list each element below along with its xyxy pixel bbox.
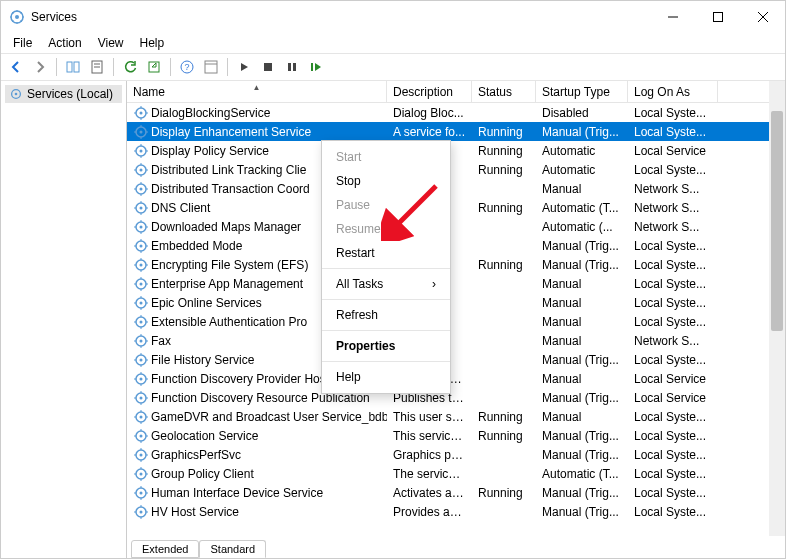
forward-button[interactable] xyxy=(29,56,51,78)
service-gear-icon xyxy=(133,238,149,254)
service-gear-icon xyxy=(133,276,149,292)
service-startup-type: Automatic (T... xyxy=(536,201,628,215)
service-row[interactable]: Group Policy ClientThe service i...Autom… xyxy=(127,464,785,483)
service-status: Running xyxy=(472,429,536,443)
service-name: Geolocation Service xyxy=(151,429,258,443)
menu-item-properties[interactable]: Properties xyxy=(322,334,450,358)
service-row[interactable]: GraphicsPerfSvcGraphics pe...Manual (Tri… xyxy=(127,445,785,464)
tab-extended[interactable]: Extended xyxy=(131,540,199,558)
restart-service-button[interactable] xyxy=(305,56,327,78)
service-row[interactable]: HV Host ServiceProvides an ...Manual (Tr… xyxy=(127,502,785,521)
column-startup-type[interactable]: Startup Type xyxy=(536,81,628,102)
service-name: Fax xyxy=(151,334,171,348)
large-icons-button[interactable] xyxy=(200,56,222,78)
pause-service-button[interactable] xyxy=(281,56,303,78)
service-gear-icon xyxy=(133,352,149,368)
service-startup-type: Manual xyxy=(536,182,628,196)
service-gear-icon xyxy=(133,428,149,444)
service-row[interactable]: Distributed Link Tracking Clie...li...Ru… xyxy=(127,160,785,179)
svg-point-57 xyxy=(140,434,143,437)
stop-service-button[interactable] xyxy=(257,56,279,78)
service-row[interactable]: DialogBlockingServiceDialog Bloc...Disab… xyxy=(127,103,785,122)
menu-item-help[interactable]: Help xyxy=(322,365,450,389)
svg-point-27 xyxy=(140,149,143,152)
service-logon-as: Local Syste... xyxy=(628,296,718,310)
menu-view[interactable]: View xyxy=(90,34,132,52)
toolbar: ? xyxy=(1,53,785,81)
svg-point-23 xyxy=(140,111,143,114)
service-logon-as: Local Syste... xyxy=(628,410,718,424)
refresh-button[interactable] xyxy=(119,56,141,78)
column-description[interactable]: Description xyxy=(387,81,472,102)
svg-point-43 xyxy=(140,301,143,304)
maximize-button[interactable] xyxy=(695,1,740,33)
svg-point-45 xyxy=(140,320,143,323)
menu-item-stop[interactable]: Stop xyxy=(322,169,450,193)
service-logon-as: Local Syste... xyxy=(628,163,718,177)
service-row[interactable]: Distributed Transaction Coord...es...Man… xyxy=(127,179,785,198)
service-row[interactable]: Downloaded Maps Manager...e...Automatic … xyxy=(127,217,785,236)
service-description: Activates an... xyxy=(387,486,472,500)
start-service-button[interactable] xyxy=(233,56,255,78)
service-startup-type: Automatic xyxy=(536,163,628,177)
service-row[interactable]: GameDVR and Broadcast User Service_bdbf9… xyxy=(127,407,785,426)
close-button[interactable] xyxy=(740,1,785,33)
export-button[interactable] xyxy=(143,56,165,78)
column-log-on-as[interactable]: Log On As xyxy=(628,81,718,102)
service-row[interactable]: Geolocation ServiceThis service ...Runni… xyxy=(127,426,785,445)
service-row[interactable]: Display Enhancement ServiceA service fo.… xyxy=(127,122,785,141)
menu-item-start: Start xyxy=(322,145,450,169)
service-row[interactable]: Function Discovery Resource PublicationP… xyxy=(127,388,785,407)
menu-item-all-tasks[interactable]: All Tasks xyxy=(322,272,450,296)
service-row[interactable]: Extensible Authentication ProManualLocal… xyxy=(127,312,785,331)
svg-point-21 xyxy=(15,93,18,96)
svg-rect-19 xyxy=(311,63,313,71)
svg-point-35 xyxy=(140,225,143,228)
service-row[interactable]: Enterprise App Management...tManualLocal… xyxy=(127,274,785,293)
service-startup-type: Manual xyxy=(536,296,628,310)
service-name: HV Host Service xyxy=(151,505,239,519)
service-name: GraphicsPerfSvc xyxy=(151,448,241,462)
service-gear-icon xyxy=(133,485,149,501)
service-startup-type: Manual xyxy=(536,410,628,424)
menu-action[interactable]: Action xyxy=(40,34,89,52)
minimize-button[interactable] xyxy=(650,1,695,33)
service-startup-type: Manual xyxy=(536,277,628,291)
service-logon-as: Local Syste... xyxy=(628,239,718,253)
back-button[interactable] xyxy=(5,56,27,78)
properties-button[interactable] xyxy=(86,56,108,78)
service-row[interactable]: Fax...u...ManualNetwork S... xyxy=(127,331,785,350)
service-gear-icon xyxy=(133,409,149,425)
service-logon-as: Local Syste... xyxy=(628,106,718,120)
column-status[interactable]: Status xyxy=(472,81,536,102)
help-button[interactable]: ? xyxy=(176,56,198,78)
service-gear-icon xyxy=(133,314,149,330)
scroll-thumb[interactable] xyxy=(771,111,783,331)
menu-item-restart[interactable]: Restart xyxy=(322,241,450,265)
service-row[interactable]: Epic Online ServicesManualLocal Syste... xyxy=(127,293,785,312)
tab-standard[interactable]: Standard xyxy=(199,540,266,558)
service-status: Running xyxy=(472,125,536,139)
service-logon-as: Network S... xyxy=(628,201,718,215)
service-startup-type: Disabled xyxy=(536,106,628,120)
service-name: Enterprise App Management xyxy=(151,277,303,291)
service-name: DNS Client xyxy=(151,201,210,215)
menu-file[interactable]: File xyxy=(5,34,40,52)
menu-item-refresh[interactable]: Refresh xyxy=(322,303,450,327)
vertical-scrollbar[interactable] xyxy=(769,81,785,536)
menu-help[interactable]: Help xyxy=(132,34,173,52)
service-row[interactable]: Function Discovery Provider HostThe FDPH… xyxy=(127,369,785,388)
service-name: GameDVR and Broadcast User Service_bdbf9 xyxy=(151,410,387,424)
sidebar-services-local[interactable]: Services (Local) xyxy=(5,85,122,103)
service-row[interactable]: File History ServiceManual (Trig...Local… xyxy=(127,350,785,369)
service-row[interactable]: Embedded ModeManual (Trig...Local Syste.… xyxy=(127,236,785,255)
service-status: Running xyxy=(472,144,536,158)
show-hide-tree-button[interactable] xyxy=(62,56,84,78)
service-row[interactable]: Display Policy Service...h...RunningAuto… xyxy=(127,141,785,160)
column-name[interactable]: Name▲ xyxy=(127,81,387,102)
service-logon-as: Network S... xyxy=(628,334,718,348)
service-row[interactable]: Human Interface Device ServiceActivates … xyxy=(127,483,785,502)
service-name: Downloaded Maps Manager xyxy=(151,220,301,234)
service-row[interactable]: Encrypting File System (EFS)...n...Runni… xyxy=(127,255,785,274)
service-row[interactable]: DNS Client...li...RunningAutomatic (T...… xyxy=(127,198,785,217)
